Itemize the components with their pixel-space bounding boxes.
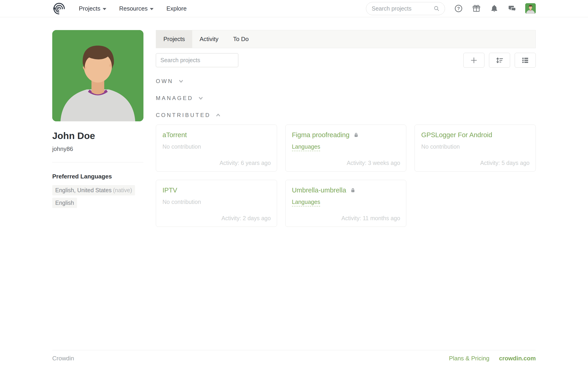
chevron-down-icon [177, 78, 185, 85]
profile-name: John Doe [52, 131, 144, 141]
project-no-contribution-text: No contribution [162, 199, 201, 205]
nav-projects-label: Projects [79, 5, 100, 12]
lock-icon [353, 132, 359, 138]
plus-icon [470, 56, 478, 65]
navbar-search [366, 2, 445, 15]
language-tag: English, United States(native) [52, 185, 135, 195]
nav-resources-label: Resources [119, 5, 148, 12]
nav-links: Projects Resources Explore [79, 5, 186, 12]
sort-button[interactable] [489, 53, 510, 68]
add-project-button[interactable] [463, 53, 484, 68]
footer: Crowdin Plans & Pricing crowdin.com [52, 350, 536, 367]
gift-icon[interactable] [472, 4, 481, 13]
project-card: Figma proofreading Languages Activity: 3… [285, 125, 407, 172]
top-navbar: Projects Resources Explore [0, 0, 588, 17]
profile-photo [52, 30, 144, 121]
project-card: GPSLogger For Android No contribution Ac… [415, 125, 536, 172]
language-note: (native) [113, 187, 132, 193]
project-card: IPTV No contribution Activity: 2 days ag… [156, 180, 277, 227]
chevron-down-icon [197, 95, 204, 102]
caret-down-icon [103, 8, 106, 10]
crowdin-logo-icon [52, 2, 66, 15]
nav-explore-label: Explore [166, 5, 186, 12]
project-card: aTorrent No contribution Activity: 6 yea… [156, 125, 277, 172]
list-view-button[interactable] [515, 53, 536, 68]
navbar-icons: ? [454, 4, 516, 13]
nav-projects-menu[interactable]: Projects [79, 5, 106, 12]
tab-projects[interactable]: Projects [156, 30, 192, 48]
project-languages-link[interactable]: Languages [292, 143, 320, 151]
page: Projects Resources Explore [0, 0, 588, 367]
projects-search-input[interactable] [156, 53, 238, 67]
project-activity: Activity: 6 years ago [219, 160, 271, 166]
project-title-link[interactable]: GPSLogger For Android [421, 131, 492, 139]
project-languages-link[interactable]: Languages [292, 199, 320, 206]
crowdin-logo[interactable] [52, 2, 66, 15]
project-activity: Activity: 2 days ago [221, 215, 271, 222]
help-icon[interactable]: ? [454, 4, 463, 13]
footer-brand: Crowdin [52, 355, 74, 362]
section-own[interactable]: OWN [156, 78, 185, 85]
project-title-link[interactable]: aTorrent [162, 131, 187, 139]
main-panel: Projects Activity To Do [156, 30, 536, 227]
project-activity: Activity: 3 weeks ago [347, 160, 400, 166]
language-label: English [55, 200, 74, 206]
chat-icon[interactable] [508, 4, 516, 13]
project-activity: Activity: 5 days ago [480, 160, 530, 166]
project-activity: Activity: 11 months ago [341, 215, 400, 222]
chevron-up-icon [215, 112, 222, 119]
plans-pricing-link[interactable]: Plans & Pricing [449, 355, 489, 362]
tab-todo[interactable]: To Do [226, 30, 256, 48]
projects-grid: aTorrent No contribution Activity: 6 yea… [156, 125, 536, 227]
language-label: English, United States [55, 187, 112, 193]
section-managed-label: MANAGED [156, 95, 193, 101]
bell-icon[interactable] [490, 4, 499, 13]
projects-toolbar [156, 53, 536, 68]
project-no-contribution-text: No contribution [162, 143, 201, 150]
caret-down-icon [150, 8, 153, 10]
profile-tabs: Projects Activity To Do [156, 30, 536, 48]
list-view-icon [521, 56, 529, 65]
section-own-label: OWN [156, 78, 173, 84]
section-contributed[interactable]: CONTRIBUTED [156, 112, 222, 119]
tab-activity[interactable]: Activity [192, 30, 226, 48]
project-title-link[interactable]: Umbrella-umbrella [292, 186, 346, 194]
navbar-search-input[interactable] [371, 5, 433, 12]
profile-username: johny86 [52, 145, 144, 152]
project-no-contribution-text: No contribution [421, 143, 460, 150]
nav-explore-link[interactable]: Explore [166, 5, 186, 12]
sidebar-divider [52, 162, 144, 162]
lock-icon [350, 187, 356, 193]
section-managed[interactable]: MANAGED [156, 95, 204, 102]
profile-sidebar: John Doe johny86 Preferred Languages Eng… [52, 30, 144, 208]
nav-resources-menu[interactable]: Resources [119, 5, 153, 12]
language-tag: English [52, 198, 77, 208]
project-card: Umbrella-umbrella Languages Activity: 11… [285, 180, 407, 227]
search-icon[interactable] [433, 5, 440, 12]
user-avatar[interactable] [525, 3, 536, 14]
project-title-link[interactable]: IPTV [162, 186, 177, 194]
sort-icon [495, 56, 504, 65]
crowdin-com-link[interactable]: crowdin.com [499, 355, 536, 362]
preferred-languages-list: English, United States(native) English [52, 185, 144, 208]
preferred-languages-title: Preferred Languages [52, 173, 144, 180]
svg-text:?: ? [457, 6, 460, 11]
section-contributed-label: CONTRIBUTED [156, 112, 211, 118]
project-title-link[interactable]: Figma proofreading [292, 131, 349, 139]
